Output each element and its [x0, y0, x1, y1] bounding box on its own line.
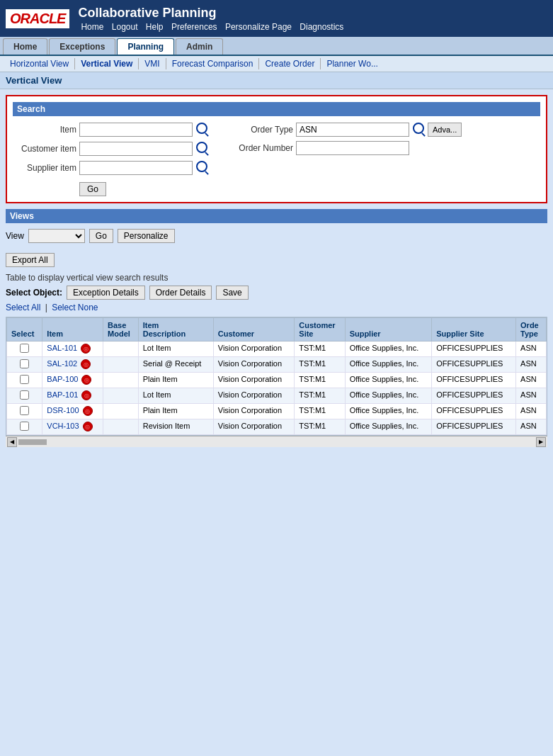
- item-link[interactable]: DSR-100: [47, 406, 79, 414]
- item-link[interactable]: VCH-103: [47, 422, 79, 430]
- order-type-input[interactable]: [296, 123, 409, 137]
- item-search-button[interactable]: [195, 122, 208, 137]
- search-icon: [196, 123, 207, 134]
- select-all-link[interactable]: Select All: [6, 303, 40, 312]
- row-supplier: Office Supplies, Inc.: [345, 388, 432, 404]
- horizontal-scrollbar[interactable]: ◀ ▶: [6, 436, 547, 447]
- nav-diagnostics[interactable]: Diagnostics: [300, 22, 343, 32]
- row-order-type: ASN: [516, 342, 547, 357]
- customer-item-input[interactable]: [79, 142, 193, 156]
- save-button[interactable]: Save: [216, 286, 248, 300]
- personalize-button[interactable]: Personalize: [118, 229, 175, 243]
- row-supplier-site: OFFICESUPPLIES: [432, 342, 516, 357]
- tab-planning[interactable]: Planning: [117, 38, 174, 55]
- row-item-description: Lot Item: [138, 388, 213, 404]
- row-checkbox-cell: [7, 342, 42, 357]
- row-order-type: ASN: [516, 388, 547, 404]
- scroll-track: [18, 439, 535, 445]
- select-none-link[interactable]: Select None: [52, 303, 98, 312]
- subnav-horizontal-view[interactable]: Horizontal View: [4, 58, 75, 69]
- search-section-header: Search: [13, 102, 540, 116]
- search-go-button[interactable]: Go: [79, 182, 106, 196]
- row-customer-site: TST:M1: [295, 373, 345, 388]
- order-type-search-button[interactable]: [412, 122, 425, 137]
- main-tabs: Home Exceptions Planning Admin: [0, 37, 553, 56]
- item-label: Item: [13, 125, 76, 135]
- row-checkbox[interactable]: [20, 344, 29, 353]
- customer-item-search-button[interactable]: [195, 141, 208, 156]
- item-input[interactable]: [79, 123, 193, 137]
- header-title-block: Collaborative Planning Home Logout Help …: [78, 6, 346, 32]
- subnav-vmi[interactable]: VMI: [139, 58, 166, 69]
- row-checkbox[interactable]: [20, 406, 29, 415]
- view-go-button[interactable]: Go: [89, 229, 113, 243]
- nav-home[interactable]: Home: [81, 22, 103, 32]
- col-header-select: Select: [7, 318, 42, 342]
- row-checkbox-cell: [7, 357, 42, 373]
- row-supplier-site: OFFICESUPPLIES: [432, 404, 516, 419]
- row-checkbox-cell: [7, 373, 42, 388]
- scroll-right-button[interactable]: ▶: [536, 437, 546, 447]
- order-number-input[interactable]: [296, 141, 409, 155]
- row-checkbox-cell: [7, 388, 42, 404]
- exception-details-button[interactable]: Exception Details: [67, 286, 145, 300]
- col-header-item-description: ItemDescription: [138, 318, 213, 342]
- row-customer-site: TST:M1: [295, 404, 345, 419]
- supplier-item-input[interactable]: [79, 161, 193, 175]
- views-section: Views View Go Personalize: [6, 209, 547, 247]
- scroll-thumb: [18, 439, 47, 445]
- row-customer: Vision Corporation: [213, 342, 295, 357]
- export-all-button[interactable]: Export All: [6, 253, 55, 267]
- row-base-model: [103, 388, 139, 404]
- app-title: Collaborative Planning: [78, 6, 346, 21]
- subnav-planner-wo[interactable]: Planner Wo...: [321, 58, 383, 69]
- results-description: Table to display vertical view search re…: [6, 273, 547, 283]
- subnav-create-order[interactable]: Create Order: [259, 58, 321, 69]
- advanced-button[interactable]: Adva...: [428, 123, 462, 137]
- row-item-description: Plain Item: [138, 404, 213, 419]
- views-section-header: Views: [6, 209, 547, 223]
- table-header-row: Select Item BaseModel ItemDescription Cu…: [7, 318, 547, 342]
- col-header-customer: Customer: [213, 318, 295, 342]
- row-order-type: ASN: [516, 357, 547, 373]
- row-checkbox[interactable]: [20, 422, 29, 431]
- row-order-type: ASN: [516, 419, 547, 435]
- nav-preferences[interactable]: Preferences: [171, 22, 217, 32]
- row-checkbox[interactable]: [20, 390, 29, 400]
- tab-exceptions[interactable]: Exceptions: [49, 38, 115, 55]
- customer-item-field-row: Customer item: [13, 141, 208, 156]
- item-link[interactable]: SAL-101: [47, 344, 77, 352]
- view-select[interactable]: [28, 229, 85, 243]
- item-link[interactable]: BAP-100: [47, 375, 78, 383]
- supplier-item-label: Supplier item: [13, 163, 76, 173]
- col-header-customer-site: CustomerSite: [295, 318, 345, 342]
- row-item: BAP-100: [42, 373, 103, 388]
- nav-help[interactable]: Help: [146, 22, 164, 32]
- table-row: SAL-102 Serial @ Receipt Vision Corporat…: [7, 357, 547, 373]
- row-checkbox[interactable]: [20, 359, 29, 368]
- subnav-vertical-view[interactable]: Vertical View: [75, 58, 139, 69]
- table-row: BAP-100 Plain Item Vision Corporation TS…: [7, 373, 547, 388]
- link-separator: |: [45, 303, 47, 312]
- order-number-field-row: Order Number: [236, 141, 462, 155]
- supplier-item-field-row: Supplier item: [13, 160, 208, 175]
- row-checkbox[interactable]: [20, 375, 29, 384]
- search-icon: [196, 161, 207, 172]
- item-field-row: Item: [13, 122, 208, 137]
- nav-logout[interactable]: Logout: [112, 22, 138, 32]
- tab-admin[interactable]: Admin: [176, 38, 223, 55]
- tab-home[interactable]: Home: [3, 38, 47, 55]
- row-customer: Vision Corporation: [213, 357, 295, 373]
- row-customer-site: TST:M1: [295, 419, 345, 435]
- col-header-base-model: BaseModel: [103, 318, 139, 342]
- item-link[interactable]: BAP-101: [47, 390, 78, 399]
- supplier-item-search-button[interactable]: [195, 160, 208, 175]
- row-checkbox-cell: [7, 419, 42, 435]
- search-icon: [413, 123, 424, 134]
- item-link[interactable]: SAL-102: [47, 359, 77, 368]
- order-details-button[interactable]: Order Details: [149, 286, 212, 300]
- scroll-left-button[interactable]: ◀: [7, 437, 17, 447]
- row-customer: Vision Corporation: [213, 388, 295, 404]
- subnav-forecast-comparison[interactable]: Forecast Comparison: [166, 58, 260, 69]
- nav-personalize-page[interactable]: Personalize Page: [225, 22, 292, 32]
